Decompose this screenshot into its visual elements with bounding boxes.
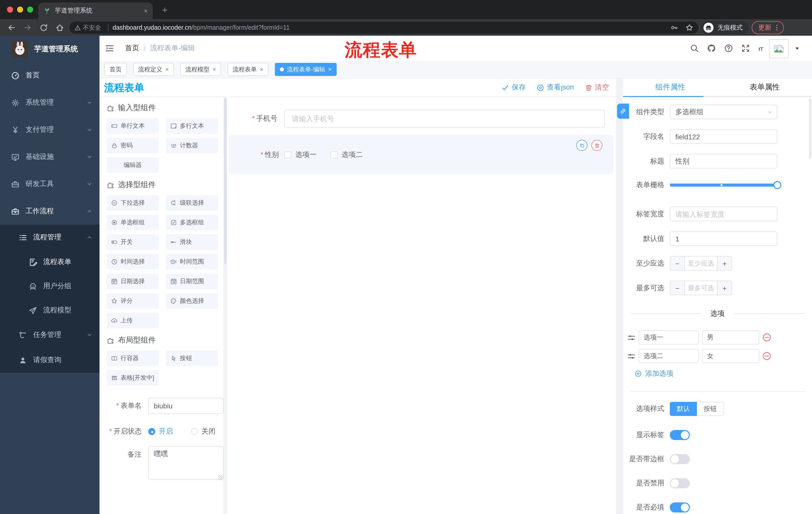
tag-active[interactable]: 流程表单-编辑× xyxy=(275,63,337,76)
component-item[interactable]: 单选框组 xyxy=(107,215,159,231)
tab-form-props[interactable]: 表单属性 xyxy=(718,78,812,96)
component-item[interactable]: 日期选择 xyxy=(107,274,159,289)
component-item[interactable]: 编辑器 xyxy=(107,157,159,173)
copy-component-button[interactable] xyxy=(576,140,587,151)
drag-icon[interactable] xyxy=(627,333,636,342)
clear-button[interactable]: 清空 xyxy=(585,83,609,92)
max-select-value[interactable]: 最多可选 xyxy=(685,281,717,295)
component-item[interactable]: 评分 xyxy=(107,293,159,309)
form-grid-slider[interactable] xyxy=(670,181,777,189)
stepper-minus-button[interactable]: − xyxy=(670,256,685,270)
key-icon[interactable] xyxy=(670,24,678,32)
close-window-button[interactable] xyxy=(7,6,13,12)
right-scrollbar-thumb[interactable] xyxy=(809,99,812,159)
component-item[interactable]: 日期范围 xyxy=(166,274,218,289)
component-item[interactable]: 表格[开发中] xyxy=(107,370,159,386)
selected-component-block[interactable]: *性别 选项一选项二 xyxy=(229,135,613,174)
sidebar-item[interactable]: 研发工具 xyxy=(0,170,99,198)
stepper-plus-button[interactable]: + xyxy=(717,281,732,295)
component-item[interactable]: 单行文本 xyxy=(107,118,159,134)
view-json-button[interactable]: 查看json xyxy=(537,83,574,92)
sidebar-item[interactable]: 支付管理 xyxy=(0,116,99,143)
browser-update-button[interactable]: 更新 xyxy=(752,21,784,34)
fullscreen-icon[interactable] xyxy=(741,44,750,53)
label-width-input[interactable] xyxy=(670,207,777,221)
sidebar-item[interactable]: 流程表单 xyxy=(0,250,99,274)
component-item[interactable]: 时间范围 xyxy=(166,254,218,270)
security-label[interactable]: 不安全 xyxy=(83,23,101,32)
status-radio-on[interactable]: 开启 xyxy=(148,427,173,436)
sidebar-item[interactable]: 用户分组 xyxy=(0,274,99,298)
save-button[interactable]: 保存 xyxy=(502,83,526,92)
font-size-icon[interactable]: tT xyxy=(758,44,767,53)
sidebar-item[interactable]: 系统管理 xyxy=(0,89,99,116)
sidebar-logo[interactable]: 芋道管理系统 xyxy=(0,36,99,62)
avatar-caret-icon[interactable] xyxy=(794,46,800,51)
sidebar-item[interactable]: 首页 xyxy=(0,62,99,89)
component-type-select[interactable]: 多选框组 xyxy=(670,105,777,119)
phone-field-row[interactable]: *手机号 xyxy=(227,110,611,128)
remove-option-button[interactable] xyxy=(762,352,771,360)
component-item[interactable]: 时间选择 xyxy=(107,254,159,270)
status-radio-off[interactable]: 关闭 xyxy=(191,427,215,436)
tag-item[interactable]: 流程模型× xyxy=(180,63,221,76)
toggle-switch[interactable] xyxy=(670,503,690,513)
browser-tab[interactable]: 芋道管理系统 × xyxy=(38,2,153,19)
checkbox-box[interactable] xyxy=(330,152,338,158)
default-value-input[interactable] xyxy=(670,231,777,246)
stepper-plus-button[interactable]: + xyxy=(717,256,732,270)
component-item[interactable]: 行容器 xyxy=(107,351,159,366)
close-tag-icon[interactable]: × xyxy=(260,66,263,73)
component-item[interactable]: 多选框组 xyxy=(166,215,218,231)
component-item[interactable]: 开关 xyxy=(107,234,159,250)
gender-checkbox[interactable]: 选项二 xyxy=(330,151,363,159)
reload-icon[interactable] xyxy=(39,23,48,32)
bookmark-star-icon[interactable] xyxy=(685,24,693,32)
checkbox-box[interactable] xyxy=(284,152,291,158)
tag-item[interactable]: 首页 xyxy=(105,63,127,76)
component-item[interactable]: 下拉选择 xyxy=(107,195,159,211)
breadcrumb-home[interactable]: 首页 xyxy=(125,44,139,53)
component-item[interactable]: 滑块 xyxy=(166,234,218,250)
component-item[interactable]: 级联选择 xyxy=(166,195,218,211)
tab-component-props[interactable]: 组件属性 xyxy=(623,78,718,96)
new-tab-button[interactable] xyxy=(159,4,171,16)
close-tag-icon[interactable]: × xyxy=(212,66,216,73)
sidebar-item[interactable]: 流程管理 xyxy=(0,225,99,250)
sidebar-item[interactable]: 基础设施 xyxy=(0,143,99,170)
sidebar-item[interactable]: 流程模型 xyxy=(0,298,99,322)
browser-menu-dots-icon[interactable] xyxy=(773,24,780,31)
field-name-input[interactable] xyxy=(670,129,777,144)
close-tag-icon[interactable]: × xyxy=(165,66,169,73)
resize-handle[interactable] xyxy=(218,475,223,480)
home-icon[interactable] xyxy=(55,23,64,32)
form-remark-textarea[interactable]: 嘿嘿 xyxy=(148,446,224,480)
option-value-input[interactable] xyxy=(702,330,759,345)
close-tag-icon[interactable]: × xyxy=(328,66,331,73)
back-icon[interactable] xyxy=(7,23,16,32)
remove-option-button[interactable] xyxy=(762,333,771,342)
phone-field-input[interactable] xyxy=(284,110,605,128)
field-title-input[interactable] xyxy=(670,154,777,168)
slider-handle[interactable] xyxy=(773,181,781,189)
forward-icon[interactable] xyxy=(23,23,32,32)
sidebar-item[interactable]: 任务管理 xyxy=(0,322,99,348)
close-tab-icon[interactable]: × xyxy=(144,7,148,15)
tag-item[interactable]: 流程表单× xyxy=(228,63,268,76)
tag-item[interactable]: 流程定义× xyxy=(133,63,174,76)
component-item[interactable]: 密码 xyxy=(107,138,159,154)
sidebar-item[interactable]: 工作流程 xyxy=(0,198,99,225)
sidebar-item[interactable]: 请假查询 xyxy=(0,348,99,373)
component-item[interactable]: 按钮 xyxy=(166,351,218,366)
minimize-window-button[interactable] xyxy=(17,6,23,12)
drag-icon[interactable] xyxy=(627,352,636,360)
collapse-sidebar-icon[interactable] xyxy=(105,43,115,53)
toggle-switch[interactable] xyxy=(670,430,690,440)
toggle-switch[interactable] xyxy=(670,478,690,488)
toggle-switch[interactable] xyxy=(670,454,690,464)
delete-component-button[interactable] xyxy=(591,140,603,151)
github-icon[interactable] xyxy=(707,44,716,53)
stepper-minus-button[interactable]: − xyxy=(670,281,685,295)
maximize-window-button[interactable] xyxy=(27,6,33,12)
component-item[interactable]: 多行文本 xyxy=(166,118,218,134)
